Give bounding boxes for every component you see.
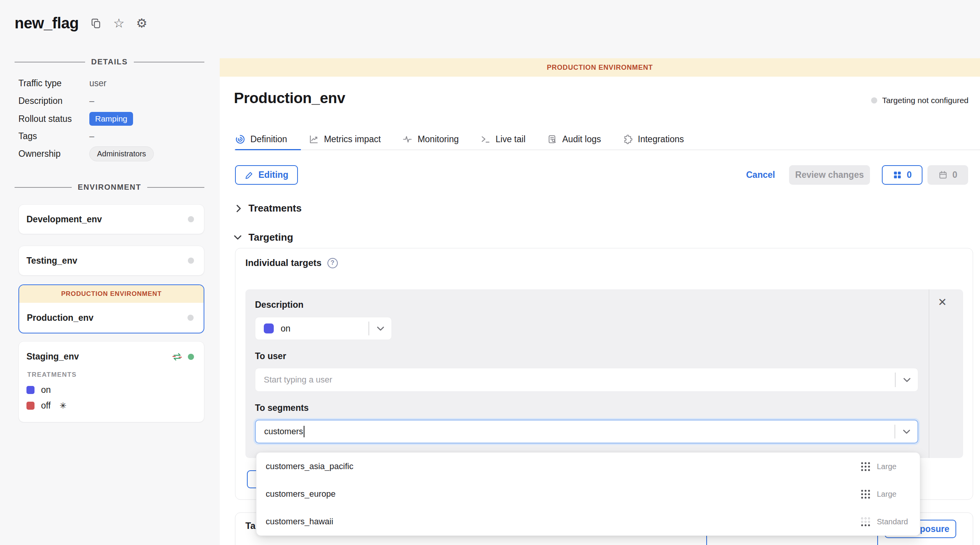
large-segment-icon bbox=[861, 490, 870, 499]
treatments-section-header[interactable]: Treatments bbox=[236, 202, 302, 214]
rule-card-divider bbox=[929, 289, 929, 458]
tabs-divider bbox=[234, 149, 980, 150]
to-user-combobox bbox=[255, 368, 918, 392]
grid-icon bbox=[893, 170, 902, 180]
standard-segment-icon bbox=[861, 517, 870, 526]
detail-row-description: Description – bbox=[18, 92, 199, 110]
to-segments-label: To segments bbox=[255, 403, 309, 413]
chevron-down-icon bbox=[234, 235, 242, 240]
env-card-staging[interactable]: Staging_env TREATMENTS on off ✳ bbox=[18, 341, 204, 422]
active-tab-underline bbox=[235, 149, 301, 150]
review-changes-button[interactable]: Review changes bbox=[789, 165, 870, 185]
environment-title: Production_env bbox=[234, 90, 345, 107]
production-environment-mini-banner: PRODUCTION ENVIRONMENT bbox=[19, 285, 204, 303]
detail-row-traffic-type: Traffic type user bbox=[18, 74, 199, 92]
env-status-dot bbox=[187, 315, 194, 321]
large-segment-icon bbox=[861, 462, 870, 471]
flag-header: new_flag ☆ ⚙ bbox=[15, 15, 147, 32]
copy-icon[interactable] bbox=[90, 18, 102, 29]
details-heading: DETAILS bbox=[15, 57, 204, 66]
environment-heading: ENVIRONMENT bbox=[15, 183, 204, 192]
status-dot bbox=[871, 97, 877, 103]
env-card-production[interactable]: PRODUCTION ENVIRONMENT Production_env bbox=[18, 284, 204, 333]
chevron-down-icon[interactable] bbox=[895, 429, 918, 434]
env-status-dot bbox=[188, 258, 194, 264]
env-card-testing[interactable]: Testing_env bbox=[18, 246, 204, 276]
chevron-down-icon[interactable] bbox=[896, 378, 918, 382]
chevron-down-icon[interactable] bbox=[369, 326, 391, 331]
text-caret bbox=[304, 426, 304, 437]
editing-button[interactable]: Editing bbox=[235, 165, 298, 185]
tab-bar: Definition Metrics impact Monitoring Liv… bbox=[235, 129, 684, 149]
tab-monitoring[interactable]: Monitoring bbox=[402, 134, 459, 144]
scheduled-count-button[interactable]: 0 bbox=[927, 165, 968, 185]
to-segments-input[interactable]: customers bbox=[255, 420, 918, 443]
integrations-icon bbox=[623, 134, 633, 144]
calendar-icon bbox=[938, 170, 948, 180]
tab-integrations[interactable]: Integrations bbox=[623, 134, 684, 144]
env-card-development[interactable]: Development_env bbox=[18, 204, 204, 234]
help-icon[interactable]: ? bbox=[327, 258, 338, 268]
pencil-icon bbox=[245, 171, 254, 180]
dropdown-option-customers-hawaii[interactable]: customers_hawaii Standard bbox=[257, 508, 920, 535]
sync-arrows-icon bbox=[172, 352, 183, 361]
targeting-status: Targeting not configured bbox=[871, 96, 968, 105]
detail-row-ownership: Ownership Administrators bbox=[18, 143, 199, 164]
dropdown-option-customers-europe[interactable]: customers_europe Large bbox=[257, 480, 920, 508]
metrics-impact-icon bbox=[309, 134, 319, 144]
tab-metrics-impact[interactable]: Metrics impact bbox=[309, 134, 381, 144]
rollout-status-badge[interactable]: Ramping bbox=[89, 112, 133, 126]
live-tail-icon bbox=[480, 134, 491, 144]
cancel-button[interactable]: Cancel bbox=[746, 170, 775, 180]
individual-targets-header: Individual targets ? bbox=[245, 258, 338, 268]
monitoring-icon bbox=[402, 134, 413, 144]
description-label: Description bbox=[255, 300, 304, 310]
definition-icon bbox=[235, 134, 245, 144]
production-environment-banner: PRODUCTION ENVIRONMENT bbox=[220, 58, 980, 77]
chevron-right-icon bbox=[236, 205, 242, 212]
ownership-pill[interactable]: Administrators bbox=[89, 146, 154, 161]
treatment-on-row: on bbox=[19, 379, 204, 395]
treatment-color-swatch bbox=[264, 323, 274, 333]
to-user-label: To user bbox=[255, 351, 286, 361]
env-status-dot-active bbox=[188, 354, 194, 360]
changes-count-button[interactable]: 0 bbox=[882, 165, 922, 185]
to-user-input[interactable] bbox=[255, 368, 892, 391]
detail-row-rollout-status: Rollout status Ramping bbox=[18, 109, 199, 129]
targeting-section-header[interactable]: Targeting bbox=[234, 231, 293, 243]
tab-definition[interactable]: Definition bbox=[235, 134, 287, 144]
dropdown-option-customers-asia-pacific[interactable]: customers_asia_pacific Large bbox=[257, 453, 920, 480]
treatment-off-row: off ✳ bbox=[19, 395, 204, 411]
segments-dropdown: customers_asia_pacific Large customers_e… bbox=[256, 452, 920, 536]
star-icon[interactable]: ☆ bbox=[113, 17, 125, 30]
tab-live-tail[interactable]: Live tail bbox=[480, 134, 526, 144]
treatment-off-swatch bbox=[26, 402, 35, 410]
gear-icon[interactable]: ⚙ bbox=[136, 17, 148, 30]
tab-audit-logs[interactable]: Audit logs bbox=[547, 134, 601, 144]
audit-logs-icon bbox=[547, 134, 557, 144]
treatments-heading: TREATMENTS bbox=[19, 362, 204, 379]
treatment-select[interactable]: on bbox=[255, 317, 392, 340]
close-icon[interactable]: ✕ bbox=[938, 296, 947, 309]
env-status-dot bbox=[188, 216, 194, 222]
detail-row-tags: Tags – bbox=[18, 127, 199, 145]
treatment-on-swatch bbox=[26, 386, 35, 394]
flag-title: new_flag bbox=[15, 15, 79, 32]
default-treatment-marker: ✳ bbox=[59, 401, 66, 411]
next-section-title-partial: Ta bbox=[245, 520, 255, 531]
